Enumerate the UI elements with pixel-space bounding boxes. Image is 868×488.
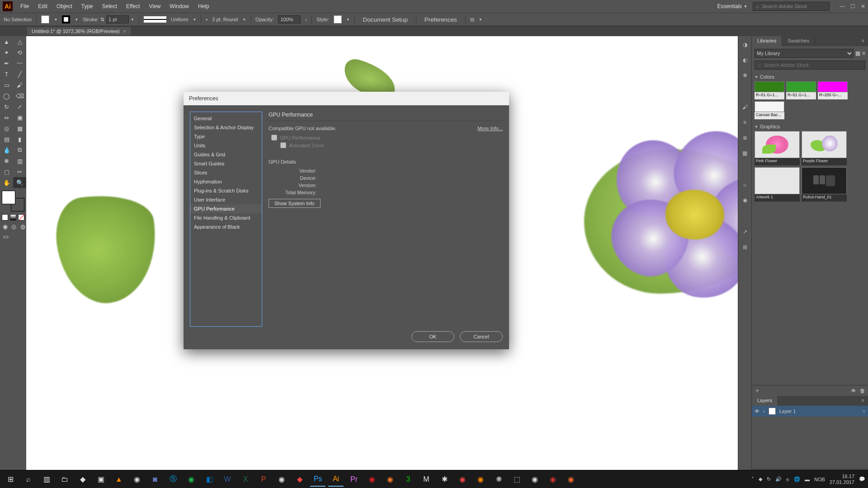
list-view-icon[interactable]: ≡ [862, 50, 865, 56]
fill-mode-gradient-icon[interactable] [10, 214, 16, 221]
free-transform-tool-icon[interactable]: ▣ [13, 112, 26, 123]
panel-icon[interactable]: ◐ [741, 56, 749, 64]
app-icon[interactable]: 3 [401, 472, 416, 487]
style-swatch[interactable] [334, 15, 342, 23]
stroke-weight-input[interactable] [106, 15, 129, 23]
mesh-tool-icon[interactable]: ▤ [0, 134, 13, 145]
start-button-icon[interactable]: ⊞ [3, 472, 18, 487]
pref-category[interactable]: Guides & Grid [190, 150, 262, 159]
cancel-button[interactable]: Cancel [460, 331, 503, 342]
library-graphic-item[interactable]: Artwork 1 [755, 167, 800, 202]
delete-icon[interactable]: 🗑 [860, 388, 865, 394]
outlook-icon[interactable]: ◧ [202, 472, 217, 487]
ok-button[interactable]: OK [411, 331, 454, 342]
close-icon[interactable]: ✕ [861, 3, 865, 9]
panel-menu-icon[interactable]: ≡ [858, 36, 868, 46]
app-icon[interactable]: ▣ [93, 472, 108, 487]
word-icon[interactable]: W [220, 472, 235, 487]
chevron-right-icon[interactable]: › [763, 408, 765, 414]
fill-mode-color-icon[interactable] [2, 214, 8, 221]
tray-icon[interactable]: ◆ [759, 476, 762, 482]
pref-category[interactable]: General [190, 114, 262, 123]
volume-icon[interactable]: 🔊 [775, 476, 782, 482]
illustrator-icon[interactable]: Ai [328, 472, 344, 487]
blender-icon[interactable]: ◉ [382, 472, 398, 487]
direct-selection-tool-icon[interactable]: △ [13, 36, 26, 47]
panel-icon[interactable]: ❋ [741, 71, 749, 80]
symbol-sprayer-tool-icon[interactable]: ❋ [0, 155, 13, 166]
premiere-icon[interactable]: Pr [346, 472, 362, 487]
draw-normal-icon[interactable]: ◉ [2, 222, 9, 230]
target-icon[interactable]: ○ [862, 408, 865, 414]
zoom-tool-icon[interactable]: 🔍 [13, 177, 26, 188]
pref-category-selected[interactable]: GPU Performance [190, 204, 262, 213]
vlc-icon[interactable]: ▲ [111, 472, 127, 487]
pref-category[interactable]: File Handling & Clipboard [190, 213, 262, 222]
menu-select[interactable]: Select [98, 1, 121, 11]
menu-object[interactable]: Object [52, 1, 76, 11]
panel-icon[interactable]: ◑ [741, 41, 749, 49]
app-icon[interactable]: ◉ [274, 472, 289, 487]
fill-swatch[interactable] [41, 15, 49, 23]
panel-icon[interactable]: 🖌 [741, 103, 749, 111]
foreground-color-swatch[interactable] [2, 191, 15, 204]
app-icon[interactable]: M [419, 472, 434, 487]
visibility-icon[interactable]: 👁 [851, 388, 856, 394]
maximize-icon[interactable]: ☐ [850, 3, 855, 9]
draw-inside-icon[interactable]: ◍ [19, 222, 26, 230]
panel-icon[interactable]: ≣ [741, 134, 749, 142]
library-select[interactable]: My Library [755, 49, 854, 58]
tray-chevron-up-icon[interactable]: ˄ [751, 476, 754, 482]
dropbox-icon[interactable]: ◆ [75, 472, 90, 487]
pref-category[interactable]: Units [190, 141, 262, 150]
excel-icon[interactable]: X [238, 472, 253, 487]
app-icon[interactable]: ◉ [545, 472, 561, 487]
language-indicator[interactable]: NOB [814, 477, 825, 482]
library-color-item[interactable]: R=255 G=... [818, 81, 848, 99]
pref-category[interactable]: Selection & Anchor Display [190, 123, 262, 132]
section-graphics-label[interactable]: Graphics [755, 124, 865, 129]
eyedropper-tool-icon[interactable]: 💧 [0, 145, 13, 155]
curvature-tool-icon[interactable]: 〰 [13, 58, 26, 69]
pref-category[interactable]: Appearance of Black [190, 222, 262, 231]
panel-icon[interactable]: ⊞ [741, 243, 749, 251]
hand-tool-icon[interactable]: ✋ [0, 177, 13, 188]
grid-view-icon[interactable]: ▦ [855, 50, 860, 56]
menu-edit[interactable]: Edit [34, 1, 52, 11]
panel-icon[interactable]: ☼ [741, 181, 749, 189]
library-color-item[interactable]: R=51 G=1... [786, 81, 816, 99]
app-icon[interactable]: ❋ [491, 472, 506, 487]
panel-menu-icon[interactable]: ≡ [858, 396, 868, 406]
tab-layers[interactable]: Layers [752, 396, 778, 406]
pref-category[interactable]: Type [190, 132, 262, 141]
task-view-icon[interactable]: ▥ [39, 472, 54, 487]
perspective-tool-icon[interactable]: ▦ [13, 123, 26, 134]
rectangle-tool-icon[interactable]: ▭ [0, 80, 13, 90]
blend-tool-icon[interactable]: ⧉ [13, 145, 26, 155]
menu-help[interactable]: Help [194, 1, 213, 11]
creative-cloud-icon[interactable]: ◉ [364, 472, 380, 487]
width-tool-icon[interactable]: ⇔ [0, 112, 13, 123]
app-icon[interactable]: ◆ [292, 472, 307, 487]
preferences-button[interactable]: Preferences [421, 14, 461, 25]
column-graph-tool-icon[interactable]: ▥ [13, 155, 26, 166]
epic-games-icon[interactable]: ⬚ [509, 472, 524, 487]
discord-icon[interactable]: ◙ [147, 472, 163, 487]
selection-tool-icon[interactable]: ▲ [0, 36, 13, 47]
chevron-down-icon[interactable]: ▼ [346, 18, 350, 22]
add-content-icon[interactable]: ＋ [755, 387, 760, 394]
chevron-down-icon[interactable]: ▼ [479, 18, 482, 22]
fill-mode-none-icon[interactable]: ／ [18, 214, 24, 221]
library-search-input[interactable]: ⌕ Search Adobe Stock [755, 61, 865, 70]
powerpoint-icon[interactable]: P [256, 472, 271, 487]
pref-category[interactable]: Plug-ins & Scratch Disks [190, 186, 262, 195]
color-picker[interactable] [2, 191, 24, 211]
eraser-tool-icon[interactable]: ⌫ [13, 90, 26, 101]
draw-behind-icon[interactable]: ◎ [10, 222, 17, 230]
opacity-input[interactable] [278, 15, 301, 23]
library-color-item[interactable]: Canvas Bac... [755, 101, 784, 119]
steam-icon[interactable]: ◉ [527, 472, 542, 487]
pen-tool-icon[interactable]: ✒ [0, 58, 13, 69]
show-system-info-button[interactable]: Show System Info [269, 199, 321, 208]
chevron-down-icon[interactable]: ▼ [131, 18, 134, 22]
